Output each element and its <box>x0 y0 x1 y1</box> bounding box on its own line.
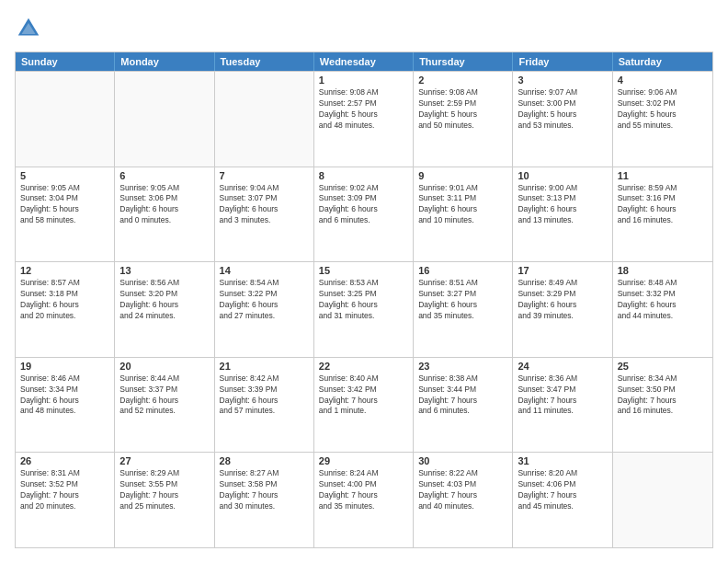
day-number: 5 <box>20 170 109 181</box>
empty-cell-0-0 <box>16 72 115 167</box>
day-number: 8 <box>319 170 408 181</box>
day-info: Sunrise: 8:29 AM Sunset: 3:55 PM Dayligh… <box>119 468 209 512</box>
weekday-header-monday: Monday <box>115 52 214 71</box>
day-number: 19 <box>20 361 109 372</box>
day-number: 22 <box>319 361 408 372</box>
day-number: 28 <box>220 455 309 466</box>
day-cell-20: 20Sunrise: 8:44 AM Sunset: 3:37 PM Dayli… <box>115 358 214 453</box>
calendar-body: 1Sunrise: 9:08 AM Sunset: 2:57 PM Daylig… <box>16 71 712 547</box>
day-cell-30: 30Sunrise: 8:22 AM Sunset: 4:03 PM Dayli… <box>414 453 513 547</box>
day-number: 16 <box>418 265 507 276</box>
empty-cell-4-6 <box>613 453 712 547</box>
day-info: Sunrise: 8:34 AM Sunset: 3:50 PM Dayligh… <box>618 373 708 418</box>
day-info: Sunrise: 8:53 AM Sunset: 3:25 PM Dayligh… <box>319 278 408 322</box>
weekday-header-tuesday: Tuesday <box>215 52 314 71</box>
day-info: Sunrise: 9:05 AM Sunset: 3:04 PM Dayligh… <box>20 183 109 227</box>
day-number: 6 <box>119 170 209 181</box>
day-cell-24: 24Sunrise: 8:36 AM Sunset: 3:47 PM Dayli… <box>513 358 612 453</box>
day-info: Sunrise: 9:00 AM Sunset: 3:13 PM Dayligh… <box>518 183 607 227</box>
day-info: Sunrise: 8:36 AM Sunset: 3:47 PM Dayligh… <box>518 373 607 418</box>
day-cell-9: 9Sunrise: 9:01 AM Sunset: 3:11 PM Daylig… <box>414 167 513 262</box>
day-cell-7: 7Sunrise: 9:04 AM Sunset: 3:07 PM Daylig… <box>215 167 314 262</box>
day-info: Sunrise: 8:48 AM Sunset: 3:32 PM Dayligh… <box>618 278 708 322</box>
day-cell-27: 27Sunrise: 8:29 AM Sunset: 3:55 PM Dayli… <box>115 453 214 547</box>
day-info: Sunrise: 8:46 AM Sunset: 3:34 PM Dayligh… <box>20 373 109 418</box>
day-info: Sunrise: 8:54 AM Sunset: 3:22 PM Dayligh… <box>220 278 309 322</box>
day-number: 27 <box>119 455 209 466</box>
day-info: Sunrise: 8:51 AM Sunset: 3:27 PM Dayligh… <box>418 278 507 322</box>
day-number: 21 <box>220 361 309 372</box>
day-cell-19: 19Sunrise: 8:46 AM Sunset: 3:34 PM Dayli… <box>16 358 115 453</box>
day-number: 7 <box>220 170 309 181</box>
weekday-header-wednesday: Wednesday <box>314 52 414 71</box>
day-info: Sunrise: 8:42 AM Sunset: 3:39 PM Dayligh… <box>220 373 309 418</box>
calendar-header: SundayMondayTuesdayWednesdayThursdayFrid… <box>16 52 712 71</box>
day-info: Sunrise: 8:22 AM Sunset: 4:03 PM Dayligh… <box>418 468 507 512</box>
day-number: 17 <box>518 265 607 276</box>
weekday-header-saturday: Saturday <box>613 52 712 71</box>
day-number: 1 <box>319 75 408 86</box>
day-info: Sunrise: 8:44 AM Sunset: 3:37 PM Dayligh… <box>119 373 209 418</box>
day-cell-10: 10Sunrise: 9:00 AM Sunset: 3:13 PM Dayli… <box>513 167 612 262</box>
day-cell-1: 1Sunrise: 9:08 AM Sunset: 2:57 PM Daylig… <box>314 72 414 167</box>
day-number: 10 <box>518 170 607 181</box>
day-info: Sunrise: 9:06 AM Sunset: 3:02 PM Dayligh… <box>618 87 708 132</box>
day-number: 13 <box>119 265 209 276</box>
logo-icon <box>15 15 42 42</box>
day-cell-17: 17Sunrise: 8:49 AM Sunset: 3:29 PM Dayli… <box>513 262 612 357</box>
day-info: Sunrise: 8:24 AM Sunset: 4:00 PM Dayligh… <box>319 468 408 512</box>
page: SundayMondayTuesdayWednesdayThursdayFrid… <box>0 0 728 563</box>
day-info: Sunrise: 8:20 AM Sunset: 4:06 PM Dayligh… <box>518 468 607 512</box>
day-cell-11: 11Sunrise: 8:59 AM Sunset: 3:16 PM Dayli… <box>613 167 712 262</box>
day-number: 18 <box>618 265 708 276</box>
day-cell-26: 26Sunrise: 8:31 AM Sunset: 3:52 PM Dayli… <box>16 453 115 547</box>
day-cell-16: 16Sunrise: 8:51 AM Sunset: 3:27 PM Dayli… <box>414 262 513 357</box>
calendar-row-4: 26Sunrise: 8:31 AM Sunset: 3:52 PM Dayli… <box>16 452 712 547</box>
day-cell-31: 31Sunrise: 8:20 AM Sunset: 4:06 PM Dayli… <box>513 453 612 547</box>
day-cell-21: 21Sunrise: 8:42 AM Sunset: 3:39 PM Dayli… <box>215 358 314 453</box>
header <box>15 15 713 42</box>
day-number: 3 <box>518 75 607 86</box>
day-number: 29 <box>319 455 408 466</box>
day-cell-28: 28Sunrise: 8:27 AM Sunset: 3:58 PM Dayli… <box>215 453 314 547</box>
day-cell-6: 6Sunrise: 9:05 AM Sunset: 3:06 PM Daylig… <box>115 167 214 262</box>
weekday-header-thursday: Thursday <box>414 52 513 71</box>
logo <box>15 15 46 42</box>
weekday-header-sunday: Sunday <box>16 52 115 71</box>
day-info: Sunrise: 8:57 AM Sunset: 3:18 PM Dayligh… <box>20 278 109 322</box>
day-info: Sunrise: 8:38 AM Sunset: 3:44 PM Dayligh… <box>418 373 507 418</box>
day-info: Sunrise: 8:40 AM Sunset: 3:42 PM Dayligh… <box>319 373 408 418</box>
empty-cell-0-2 <box>215 72 314 167</box>
day-info: Sunrise: 9:04 AM Sunset: 3:07 PM Dayligh… <box>220 183 309 227</box>
day-number: 14 <box>220 265 309 276</box>
day-cell-12: 12Sunrise: 8:57 AM Sunset: 3:18 PM Dayli… <box>16 262 115 357</box>
day-info: Sunrise: 9:08 AM Sunset: 2:59 PM Dayligh… <box>418 87 507 132</box>
day-info: Sunrise: 9:01 AM Sunset: 3:11 PM Dayligh… <box>418 183 507 227</box>
day-cell-18: 18Sunrise: 8:48 AM Sunset: 3:32 PM Dayli… <box>613 262 712 357</box>
day-info: Sunrise: 9:02 AM Sunset: 3:09 PM Dayligh… <box>319 183 408 227</box>
day-info: Sunrise: 8:56 AM Sunset: 3:20 PM Dayligh… <box>119 278 209 322</box>
empty-cell-0-1 <box>115 72 214 167</box>
day-cell-2: 2Sunrise: 9:08 AM Sunset: 2:59 PM Daylig… <box>414 72 513 167</box>
day-info: Sunrise: 8:59 AM Sunset: 3:16 PM Dayligh… <box>618 183 708 227</box>
day-number: 15 <box>319 265 408 276</box>
day-info: Sunrise: 8:49 AM Sunset: 3:29 PM Dayligh… <box>518 278 607 322</box>
weekday-header-friday: Friday <box>513 52 612 71</box>
calendar-row-0: 1Sunrise: 9:08 AM Sunset: 2:57 PM Daylig… <box>16 71 712 167</box>
day-info: Sunrise: 9:05 AM Sunset: 3:06 PM Dayligh… <box>119 183 209 227</box>
day-cell-23: 23Sunrise: 8:38 AM Sunset: 3:44 PM Dayli… <box>414 358 513 453</box>
day-info: Sunrise: 8:31 AM Sunset: 3:52 PM Dayligh… <box>20 468 109 512</box>
day-cell-13: 13Sunrise: 8:56 AM Sunset: 3:20 PM Dayli… <box>115 262 214 357</box>
day-number: 9 <box>418 170 507 181</box>
day-cell-25: 25Sunrise: 8:34 AM Sunset: 3:50 PM Dayli… <box>613 358 712 453</box>
day-number: 11 <box>618 170 708 181</box>
day-cell-4: 4Sunrise: 9:06 AM Sunset: 3:02 PM Daylig… <box>613 72 712 167</box>
day-number: 20 <box>119 361 209 372</box>
day-info: Sunrise: 9:07 AM Sunset: 3:00 PM Dayligh… <box>518 87 607 132</box>
day-number: 30 <box>418 455 507 466</box>
day-number: 31 <box>518 455 607 466</box>
day-cell-29: 29Sunrise: 8:24 AM Sunset: 4:00 PM Dayli… <box>314 453 414 547</box>
day-cell-14: 14Sunrise: 8:54 AM Sunset: 3:22 PM Dayli… <box>215 262 314 357</box>
day-number: 4 <box>618 75 708 86</box>
day-cell-8: 8Sunrise: 9:02 AM Sunset: 3:09 PM Daylig… <box>314 167 414 262</box>
